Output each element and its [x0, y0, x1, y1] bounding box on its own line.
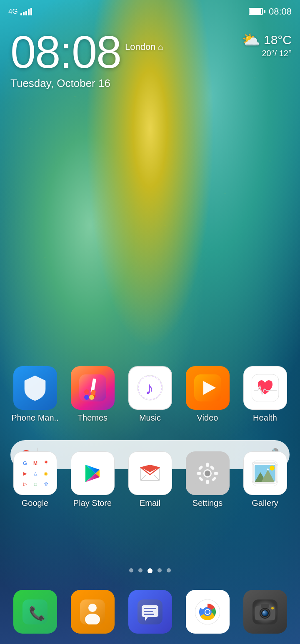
app-item-gallery[interactable]: Gallery — [240, 451, 290, 508]
weather-range: 20°/ 12° — [242, 49, 292, 58]
svg-rect-48 — [144, 611, 153, 612]
app-item-themes[interactable]: Themes — [68, 366, 118, 423]
signal-bar-3 — [25, 11, 27, 15]
camera-svg — [252, 599, 278, 624]
themes-label: Themes — [78, 413, 108, 423]
app-row-1: Phone Man.. — [0, 366, 300, 423]
app-item-video[interactable]: Video — [182, 366, 232, 423]
battery-tip — [264, 10, 265, 13]
app-item-play-store[interactable]: Play Store — [68, 451, 118, 508]
music-icon[interactable]: ♪ — [128, 366, 172, 410]
svg-point-63 — [263, 611, 265, 613]
signal-bar-4 — [28, 9, 30, 15]
signal-bar-1 — [20, 13, 22, 15]
dock-chrome-icon[interactable] — [186, 590, 230, 634]
google-icon[interactable]: G M 📍 ▶ △ ◉ ▷ □ ✿ — [13, 451, 57, 495]
battery-fill — [250, 9, 261, 14]
dock-camera-icon[interactable] — [243, 590, 287, 634]
phone-manager-icon[interactable] — [13, 366, 57, 410]
gallery-svg — [252, 461, 278, 486]
dot-1[interactable] — [129, 568, 133, 572]
signal-bar-5 — [30, 8, 32, 15]
settings-icon[interactable] — [186, 451, 230, 495]
svg-text:♪: ♪ — [145, 379, 154, 398]
play-store-svg — [80, 461, 105, 486]
dock-item-camera[interactable] — [240, 590, 290, 634]
g-mail: M — [31, 459, 40, 468]
svg-point-4 — [84, 389, 89, 394]
messages-svg — [138, 599, 162, 624]
svg-point-62 — [262, 610, 268, 616]
status-right: 08:08 — [249, 6, 292, 17]
app-row-2: G M 📍 ▶ △ ◉ ▷ □ ✿ Google — [0, 451, 300, 508]
svg-point-55 — [205, 610, 210, 614]
app-item-phone-manager[interactable]: Phone Man.. — [10, 366, 60, 423]
g-logo: G — [20, 459, 30, 468]
email-label: Email — [140, 498, 160, 508]
g-photos2: ✿ — [41, 480, 50, 489]
themes-icon[interactable] — [71, 366, 115, 410]
dock-item-contacts[interactable] — [68, 590, 118, 634]
contacts-svg — [80, 599, 105, 624]
dock-contacts-icon[interactable] — [71, 590, 115, 634]
health-icon[interactable] — [243, 366, 287, 410]
email-icon[interactable] — [128, 451, 172, 495]
battery-icon — [249, 8, 265, 15]
play-store-icon[interactable] — [71, 451, 115, 495]
status-bar: 4G 08:08 — [0, 0, 300, 23]
app-item-google[interactable]: G M 📍 ▶ △ ◉ ▷ □ ✿ Google — [10, 451, 60, 508]
signal-bar-2 — [23, 12, 25, 15]
email-svg — [137, 461, 163, 486]
google-grid: G M 📍 ▶ △ ◉ ▷ □ ✿ — [20, 459, 50, 488]
svg-point-64 — [271, 607, 274, 609]
g-youtube: ▶ — [20, 469, 30, 478]
app-item-settings[interactable]: Settings — [182, 451, 232, 508]
svg-rect-47 — [144, 608, 156, 609]
video-svg — [194, 374, 221, 401]
clock-location: London ⌂ — [125, 42, 163, 52]
g-play: ▷ — [20, 480, 30, 489]
dock-item-chrome[interactable] — [182, 590, 232, 634]
temp-low: 12° — [279, 49, 292, 58]
dock-item-phone[interactable]: 📞 — [10, 590, 60, 634]
app-item-email[interactable]: Email — [125, 451, 175, 508]
status-left: 4G — [8, 7, 32, 16]
gallery-icon[interactable] — [243, 451, 287, 495]
svg-point-6 — [89, 395, 94, 400]
signal-bars — [20, 8, 32, 15]
app-item-music[interactable]: ♪ Music — [125, 366, 175, 423]
svg-rect-26 — [197, 472, 201, 475]
svg-rect-58 — [261, 604, 269, 608]
svg-point-23 — [205, 471, 210, 476]
clock-section: 08:08 Tuesday, October 16 — [10, 29, 121, 90]
page-dots — [0, 568, 300, 573]
phone-manager-label: Phone Man.. — [11, 413, 58, 423]
settings-label: Settings — [192, 498, 222, 508]
dot-3-active[interactable] — [148, 568, 152, 573]
dot-4[interactable] — [158, 568, 162, 572]
dock-item-messages[interactable] — [125, 590, 175, 634]
health-label: Health — [253, 413, 277, 423]
music-svg: ♪ — [137, 374, 164, 401]
location-text: London — [125, 42, 155, 52]
dot-2[interactable] — [138, 568, 142, 572]
app-item-health[interactable]: Health — [240, 366, 290, 423]
svg-rect-27 — [214, 472, 218, 475]
settings-svg — [195, 461, 220, 486]
svg-point-37 — [270, 466, 275, 471]
battery-body — [249, 8, 263, 15]
dock: 📞 — [0, 590, 300, 634]
phone-svg: 📞 — [22, 599, 48, 624]
cloud-icon: ⛅ — [242, 31, 260, 49]
dock-messages-icon[interactable] — [128, 590, 172, 634]
status-time: 08:08 — [269, 6, 292, 17]
google-label: Google — [22, 498, 49, 508]
gallery-label: Gallery — [252, 498, 278, 508]
svg-point-43 — [88, 604, 97, 612]
dot-5[interactable] — [167, 568, 171, 572]
svg-text:📞: 📞 — [29, 605, 45, 621]
svg-rect-49 — [144, 614, 154, 615]
network-type: 4G — [8, 7, 18, 16]
dock-phone-icon[interactable]: 📞 — [13, 590, 57, 634]
video-icon[interactable] — [186, 366, 230, 410]
